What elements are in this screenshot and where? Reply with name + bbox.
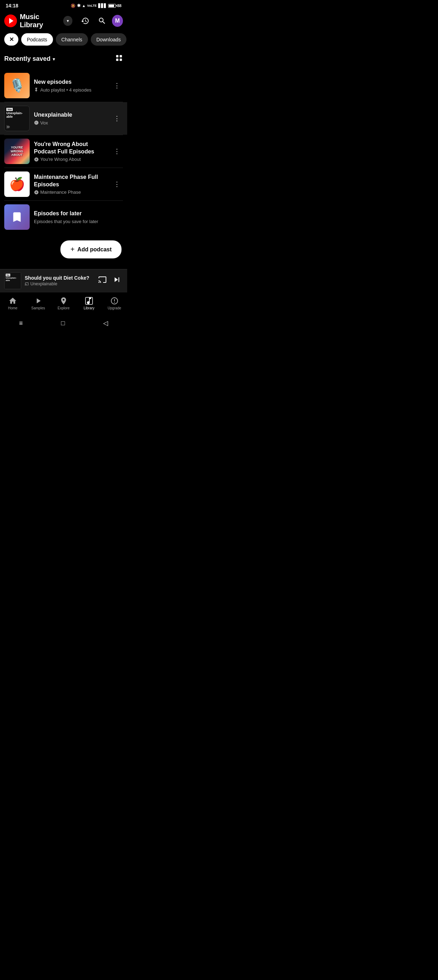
nav-item-explore[interactable]: Explore bbox=[54, 295, 73, 312]
bluetooth-icon: ✱ bbox=[77, 3, 81, 8]
filter-clear-button[interactable]: ✕ bbox=[4, 33, 18, 46]
avatar[interactable]: M bbox=[112, 15, 123, 27]
podcast-item-youre-wrong-about[interactable]: YOU'REWRONGABOUT You're Wrong About Podc… bbox=[0, 135, 127, 167]
podcast-name: New episodes bbox=[34, 78, 107, 86]
battery-icon bbox=[108, 4, 116, 8]
filter-downloads-chip[interactable]: Downloads bbox=[91, 33, 127, 46]
add-podcast-label: Add podcast bbox=[77, 247, 112, 253]
play-icon bbox=[9, 18, 13, 24]
mp-emoji: 🍎 bbox=[9, 177, 25, 192]
podcast-sub-icon-mp bbox=[34, 190, 39, 195]
search-icon bbox=[98, 17, 106, 25]
status-right: 🔕 ✱ ▲ VoLTE ▋▋▋ 88 bbox=[71, 3, 122, 8]
signal-bars-icon: ▋▋▋ bbox=[98, 3, 107, 8]
section-title-row: Recently saved ▾ bbox=[4, 55, 55, 62]
nav-item-library[interactable]: Library bbox=[79, 295, 99, 312]
add-podcast-button[interactable]: + Add podcast bbox=[60, 240, 122, 258]
podcast-thumb-efl bbox=[4, 204, 30, 230]
podcast-item-unexplainable[interactable]: Vox Unexplain-able Unexplainable Vox ⋮ bbox=[0, 102, 127, 135]
podcast-name-unexplainable: Unexplainable bbox=[34, 111, 107, 119]
svg-rect-3 bbox=[120, 59, 122, 61]
explore-icon bbox=[59, 297, 68, 305]
history-button[interactable] bbox=[78, 14, 92, 28]
nav-label-home: Home bbox=[8, 306, 17, 310]
section-title: Recently saved bbox=[4, 55, 51, 62]
mini-player-sub: Unexplainable bbox=[25, 282, 93, 286]
podcast-info-mp: Maintenance Phase Full Episodes Maintena… bbox=[34, 173, 107, 195]
mini-vox-label: Vox bbox=[6, 274, 10, 277]
cast-button[interactable] bbox=[97, 274, 108, 288]
more-options-button-mp[interactable]: ⋮ bbox=[111, 178, 123, 191]
podcast-info-new-episodes: New episodes Auto playlist • 4 episodes bbox=[34, 78, 107, 92]
podcast-item-new-episodes[interactable]: 🎙️ New episodes Auto playlist • 4 episod… bbox=[0, 69, 127, 102]
nav-item-home[interactable]: Home bbox=[3, 295, 22, 312]
search-button[interactable] bbox=[95, 14, 109, 28]
podcast-sub-icon-ywa bbox=[34, 157, 39, 162]
status-bar: 14:18 🔕 ✱ ▲ VoLTE ▋▋▋ 88 bbox=[0, 0, 127, 10]
app-bar: Music Library ▾ M bbox=[0, 10, 127, 33]
mini-player-info: Should you quit Diet Coke? Unexplainable bbox=[25, 275, 93, 286]
podcast-sub-mp: Maintenance Phase bbox=[34, 189, 107, 195]
close-icon: ✕ bbox=[9, 36, 14, 43]
filter-channels-chip[interactable]: Channels bbox=[56, 33, 88, 46]
podcast-info-ywa: You're Wrong About Podcast Full Episodes… bbox=[34, 141, 107, 162]
playing-indicator bbox=[6, 125, 11, 129]
podcast-thumb-mp: 🍎 bbox=[4, 172, 30, 197]
mini-player-thumb: Vox Unexplain-able bbox=[4, 272, 21, 289]
pin-icon bbox=[34, 88, 39, 92]
podcast-sub: Auto playlist • 4 episodes bbox=[34, 88, 107, 92]
ywa-label: YOU'REWRONGABOUT bbox=[9, 144, 25, 158]
nav-item-upgrade[interactable]: Upgrade bbox=[105, 295, 124, 312]
more-options-button-new-episodes[interactable]: ⋮ bbox=[111, 79, 123, 92]
home-icon bbox=[8, 297, 17, 305]
grid-view-icon[interactable] bbox=[115, 54, 123, 64]
podcast-info-efl: Episodes for later Episodes that you sav… bbox=[34, 210, 123, 224]
vox-label: Vox bbox=[6, 108, 13, 111]
podcast-thumb-new-episodes: 🎙️ bbox=[4, 73, 30, 98]
podcast-thumb-unexplainable: Vox Unexplain-able bbox=[4, 106, 30, 131]
section-header: Recently saved ▾ bbox=[0, 51, 127, 69]
system-nav: ≡ □ ◁ bbox=[0, 313, 127, 335]
podcast-name-mp: Maintenance Phase Full Episodes bbox=[34, 173, 107, 188]
history-icon bbox=[81, 17, 89, 25]
dropdown-button[interactable]: ▾ bbox=[63, 16, 72, 26]
mini-unexplainable-label: Unexplain-able bbox=[6, 277, 17, 282]
filter-podcasts-chip[interactable]: Podcasts bbox=[21, 33, 53, 46]
more-options-button-ywa[interactable]: ⋮ bbox=[111, 145, 123, 158]
youtube-music-logo bbox=[4, 14, 17, 27]
samples-icon bbox=[34, 297, 42, 305]
podcast-item-episodes-for-later[interactable]: Episodes for later Episodes that you sav… bbox=[0, 201, 127, 233]
system-menu-button[interactable]: ≡ bbox=[12, 318, 30, 329]
unexplainable-label: Unexplain-able bbox=[6, 112, 22, 119]
chevron-down-icon: ▾ bbox=[67, 18, 69, 23]
library-icon bbox=[85, 297, 93, 305]
svg-point-4 bbox=[36, 123, 37, 123]
wifi-icon: ▲ bbox=[82, 3, 86, 8]
skip-forward-icon bbox=[112, 275, 122, 284]
svg-rect-0 bbox=[116, 55, 118, 57]
upgrade-icon bbox=[110, 297, 119, 305]
podcast-sub-unexplainable: Vox bbox=[34, 120, 107, 126]
system-home-button[interactable]: □ bbox=[54, 318, 72, 329]
mini-player-actions bbox=[97, 274, 123, 288]
skip-forward-button[interactable] bbox=[111, 274, 123, 288]
more-options-button-unexplainable[interactable]: ⋮ bbox=[111, 112, 123, 125]
podcast-sub-ywa: You're Wrong About bbox=[34, 157, 107, 162]
svg-rect-2 bbox=[116, 59, 118, 61]
podcast-info-unexplainable: Unexplainable Vox bbox=[34, 111, 107, 126]
network-type-icon: VoLTE bbox=[87, 4, 97, 8]
bottom-nav: Home Samples Explore Library Upgrade bbox=[0, 292, 127, 313]
logo-container: Music Library bbox=[4, 13, 60, 29]
podcast-list: 🎙️ New episodes Auto playlist • 4 episod… bbox=[0, 69, 127, 233]
nav-item-samples[interactable]: Samples bbox=[28, 295, 48, 312]
nav-label-samples: Samples bbox=[32, 306, 45, 310]
system-back-button[interactable]: ◁ bbox=[96, 317, 115, 329]
mini-cast-icon bbox=[25, 282, 29, 286]
sort-chevron-icon[interactable]: ▾ bbox=[52, 56, 55, 62]
mini-player[interactable]: Vox Unexplain-able Should you quit Diet … bbox=[0, 269, 127, 292]
podcast-thumb-ywa: YOU'REWRONGABOUT bbox=[4, 138, 30, 164]
mini-player-title: Should you quit Diet Coke? bbox=[25, 275, 93, 281]
signal-icon: 🔕 bbox=[71, 3, 76, 8]
podcast-item-maintenance-phase[interactable]: 🍎 Maintenance Phase Full Episodes Mainte… bbox=[0, 168, 127, 200]
add-podcast-container: + Add podcast bbox=[0, 233, 127, 269]
